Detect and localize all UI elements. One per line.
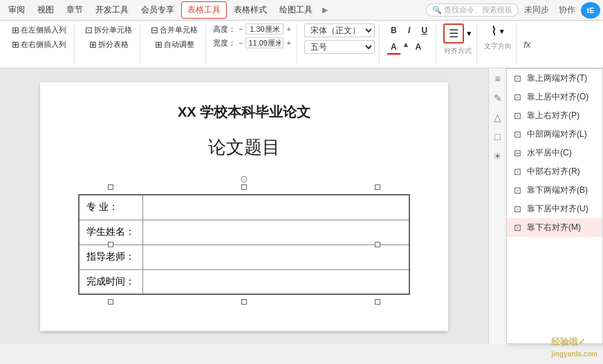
highlight-btn[interactable]: A <box>411 40 425 55</box>
right-area: ≡ ✎ △ □ ☀ ⊡ 靠上两端对齐(T) ⊡ 靠上居中对齐(O) ⊡ 靠上右对… <box>488 68 603 344</box>
ribbon-group-insert: ⊞ 在左侧插入列 ⊞ 在右侧插入列 <box>4 23 75 65</box>
height-row: 高度： − + <box>213 23 293 35</box>
height-input[interactable] <box>245 23 284 35</box>
search-box[interactable]: 🔍 查找命令、搜索模板 <box>426 3 519 17</box>
doc-subtitle: 论文题目 <box>75 135 414 160</box>
handle-top-mid <box>241 184 247 190</box>
width-plus[interactable]: + <box>285 39 292 47</box>
ribbon-group-size: 高度： − + 宽度： − + <box>209 23 297 65</box>
align-btn[interactable]: ☰ <box>443 23 464 44</box>
ribbon-group-align: ☰ ▼ 对齐方式 <box>439 23 477 65</box>
row-major-label: 专 业： <box>79 195 143 220</box>
align-opt-label-8: 靠下右对齐(M) <box>527 222 581 233</box>
align-option-top-right[interactable]: ⊡ 靠上右对齐(P) <box>507 106 602 125</box>
align-opt-icon-4: ⊟ <box>514 148 521 158</box>
row-student-value[interactable] <box>143 220 409 245</box>
underline-btn[interactable]: U <box>418 23 432 37</box>
watermark-url: jingyanla.com <box>551 350 597 358</box>
align-option-bot-center[interactable]: ⊡ 靠下居中对齐(U) <box>507 200 602 218</box>
scroll-icon-box[interactable]: □ <box>492 129 502 144</box>
info-table: 专 业： 学生姓名： 指导老师： 完成时间： <box>78 194 410 295</box>
font-size-select[interactable]: 五号 <box>304 40 375 54</box>
auto-icon: ⊞ <box>155 39 163 50</box>
insert-right-icon: ⊞ <box>12 39 19 50</box>
scroll-icon-shape[interactable]: △ <box>492 110 503 125</box>
scroll-icon-list[interactable]: ≡ <box>492 71 502 86</box>
align-opt-label-2: 靠上右对齐(P) <box>527 110 579 122</box>
scroll-icon-light[interactable]: ☀ <box>491 149 504 164</box>
width-label: 宽度： <box>213 38 236 48</box>
text-dir-icon[interactable]: ⌇ <box>491 23 497 39</box>
align-opt-icon-7: ⊡ <box>514 204 521 214</box>
rotate-handle: ⊙ <box>75 173 414 184</box>
watermark-text: 经验啦✓ <box>551 336 586 347</box>
align-opt-label-3: 中部两端对齐(L) <box>527 128 587 140</box>
search-icon: 🔍 <box>432 6 442 15</box>
height-plus[interactable]: + <box>285 25 292 33</box>
text-dir-arrow[interactable]: ▼ <box>499 28 505 35</box>
menu-table-tools[interactable]: 表格工具 <box>181 1 227 19</box>
ribbon-group-merge: ⊟ 合并单元格 ⊞ 自动调整 <box>143 23 206 65</box>
handle-bot-right <box>375 299 380 305</box>
ribbon: ⊞ 在左侧插入列 ⊞ 在右侧插入列 ⊡ 拆分单元格 ⊞ 拆分表格 <box>0 21 603 68</box>
sync-btn[interactable]: 未同步 <box>520 4 553 16</box>
align-option-top-left[interactable]: ⊡ 靠上两端对齐(T) <box>507 69 602 88</box>
ribbon-group-format: B I U A ▲ A <box>382 23 436 65</box>
align-dropdown-arrow[interactable]: ▼ <box>465 30 472 37</box>
row-date-value[interactable] <box>143 269 409 294</box>
align-opt-label-7: 靠下居中对齐(U) <box>527 203 588 215</box>
table-row: 完成时间： <box>79 269 409 294</box>
table-wrapper: 专 业： 学生姓名： 指导老师： 完成时间： <box>75 187 414 302</box>
menu-table-style[interactable]: 表格样式 <box>228 2 272 18</box>
ribbon-group-split: ⊡ 拆分单元格 ⊞ 拆分表格 <box>77 23 140 65</box>
doc-canvas[interactable]: XX 学校本科毕业论文 论文题目 ⊙ 专 业： <box>0 68 488 344</box>
auto-adjust-btn[interactable]: ⊞ 自动调整 <box>151 38 198 51</box>
align-dropdown: ⊡ 靠上两端对齐(T) ⊡ 靠上居中对齐(O) ⊡ 靠上右对齐(P) ⊡ 中部两… <box>506 68 603 344</box>
menu-draw-tools[interactable]: 绘图工具 <box>274 2 318 18</box>
font-family-select[interactable]: 宋体（正文） <box>304 23 375 37</box>
align-option-bot-left[interactable]: ⊡ 靠下两端对齐(B) <box>507 181 602 200</box>
collab-btn[interactable]: 协作 <box>555 4 579 16</box>
insert-left-btn[interactable]: ⊞ 在左侧插入列 <box>8 23 70 37</box>
insert-right-btn[interactable]: ⊞ 在右侧插入列 <box>8 38 70 51</box>
menu-devtools[interactable]: 开发工具 <box>90 2 134 18</box>
menu-vip[interactable]: 会员专享 <box>136 2 180 18</box>
align-option-mid-center[interactable]: ⊟ 水平居中(C) <box>507 144 602 162</box>
row-advisor-label: 指导老师： <box>79 245 143 269</box>
underline-color-icon[interactable]: ▲ <box>402 40 410 55</box>
height-minus[interactable]: − <box>237 25 244 33</box>
handle-top-right <box>375 184 380 190</box>
align-option-mid-left[interactable]: ⊡ 中部两端对齐(L) <box>507 125 602 144</box>
align-opt-icon-5: ⊡ <box>514 166 521 177</box>
font-color-btn[interactable]: A <box>387 40 401 55</box>
scroll-icon-edit[interactable]: ✎ <box>492 90 504 106</box>
align-label: 对齐方式 <box>444 46 472 56</box>
row-student-label: 学生姓名： <box>79 220 143 245</box>
handle-mid-right <box>375 242 380 247</box>
row-major-value[interactable] <box>143 195 409 220</box>
align-opt-icon-0: ⊡ <box>514 73 521 84</box>
align-option-mid-right[interactable]: ⊡ 中部右对齐(R) <box>507 162 602 181</box>
user-avatar[interactable]: tE <box>581 2 600 19</box>
width-minus[interactable]: − <box>237 39 244 47</box>
width-input[interactable] <box>245 37 284 48</box>
split-table-btn[interactable]: ⊞ 拆分表格 <box>86 38 132 51</box>
italic-btn[interactable]: I <box>402 23 416 37</box>
align-opt-label-6: 靠下两端对齐(B) <box>527 184 588 196</box>
align-opt-label-5: 中部右对齐(R) <box>527 166 580 178</box>
align-option-bot-right[interactable]: ⊡ 靠下右对齐(M) <box>507 218 602 237</box>
align-opt-label-1: 靠上居中对齐(O) <box>527 91 588 103</box>
watermark: 经验啦✓ jingyanla.com <box>551 336 597 358</box>
bold-btn[interactable]: B <box>387 23 401 37</box>
split-cell-icon: ⊡ <box>85 25 93 35</box>
ribbon-group-font: 宋体（正文） 五号 <box>300 23 380 65</box>
row-advisor-value[interactable] <box>143 245 409 269</box>
menu-bar: 审阅 视图 章节 开发工具 会员专享 表格工具 表格样式 绘图工具 ▶ 🔍 查找… <box>0 0 603 21</box>
search-placeholder: 查找命令、搜索模板 <box>444 5 512 15</box>
menu-review[interactable]: 审阅 <box>3 2 30 18</box>
merge-cell-btn[interactable]: ⊟ 合并单元格 <box>147 23 201 37</box>
align-option-top-center[interactable]: ⊡ 靠上居中对齐(O) <box>507 88 602 106</box>
split-cell-btn[interactable]: ⊡ 拆分单元格 <box>82 23 136 37</box>
menu-chapter[interactable]: 章节 <box>61 2 89 18</box>
menu-view[interactable]: 视图 <box>32 2 59 18</box>
